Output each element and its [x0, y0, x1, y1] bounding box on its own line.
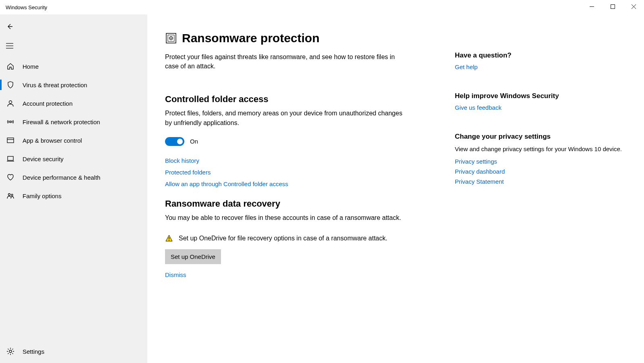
- privacy-section: Change your privacy settings View and ch…: [455, 133, 627, 185]
- block-history-link[interactable]: Block history: [165, 157, 199, 164]
- main-content: Ransomware protection Protect your files…: [147, 14, 644, 363]
- controlled-folder-toggle[interactable]: [165, 137, 184, 146]
- toggle-row: On: [165, 137, 407, 146]
- network-icon: [6, 117, 15, 127]
- privacy-settings-link[interactable]: Privacy settings: [455, 158, 497, 165]
- get-help-link[interactable]: Get help: [455, 64, 478, 70]
- privacy-statement-link[interactable]: Privacy Statement: [455, 178, 504, 185]
- sidebar-item-device-security[interactable]: Device security: [0, 150, 147, 168]
- page-header: Ransomware protection: [165, 31, 407, 45]
- dismiss-link[interactable]: Dismiss: [165, 271, 186, 278]
- window-title: Windows Security: [6, 4, 47, 10]
- svg-point-13: [8, 194, 10, 196]
- side-panel: Have a question? Get help Help improve W…: [455, 31, 627, 363]
- section-title: Controlled folder access: [165, 94, 407, 105]
- sidebar-item-label: Account protection: [23, 100, 72, 107]
- sidebar-item-label: Virus & threat protection: [23, 82, 87, 88]
- improve-section: Help improve Windows Security Give us fe…: [455, 92, 627, 111]
- sidebar-item-settings[interactable]: Settings: [0, 342, 147, 361]
- side-title: Help improve Windows Security: [455, 92, 627, 100]
- setup-onedrive-button[interactable]: Set up OneDrive: [165, 249, 221, 264]
- maximize-button[interactable]: [602, 0, 623, 13]
- sidebar-item-account-protection[interactable]: Account protection: [0, 94, 147, 113]
- sidebar-item-home[interactable]: Home: [0, 57, 147, 76]
- svg-point-21: [169, 240, 169, 240]
- svg-point-14: [11, 194, 13, 196]
- section-description: You may be able to recover files in thes…: [165, 213, 407, 222]
- feedback-link[interactable]: Give us feedback: [455, 104, 502, 111]
- sidebar-item-label: Device security: [23, 156, 64, 162]
- sidebar-item-virus-threat[interactable]: Virus & threat protection: [0, 76, 147, 94]
- family-icon: [6, 191, 15, 201]
- help-section: Have a question? Get help: [455, 51, 627, 70]
- shield-icon: [6, 80, 15, 90]
- hamburger-menu-button[interactable]: [0, 36, 19, 55]
- svg-rect-9: [7, 138, 14, 143]
- window-controls: [581, 0, 644, 14]
- svg-point-8: [10, 121, 11, 123]
- warning-icon: [165, 234, 173, 242]
- titlebar: Windows Security: [0, 0, 644, 14]
- sidebar: Home Virus & threat protection Account p…: [0, 14, 147, 363]
- side-description: View and change privacy settings for you…: [455, 145, 627, 154]
- sidebar-item-label: Firewall & network protection: [23, 119, 100, 125]
- browser-icon: [6, 135, 15, 145]
- section-description: Protect files, folders, and memory areas…: [165, 109, 407, 127]
- section-title: Ransomware data recovery: [165, 199, 407, 209]
- nav-list: Home Virus & threat protection Account p…: [0, 57, 147, 205]
- ransomware-icon: [165, 32, 177, 44]
- page-description: Protect your files against threats like …: [165, 52, 407, 71]
- privacy-dashboard-link[interactable]: Privacy dashboard: [455, 168, 505, 175]
- sidebar-item-label: Home: [23, 63, 39, 70]
- recovery-notice: Set up OneDrive for file recovery option…: [165, 234, 407, 243]
- device-icon: [6, 154, 15, 164]
- gear-icon: [6, 347, 15, 356]
- svg-point-7: [9, 101, 12, 104]
- sidebar-item-family[interactable]: Family options: [0, 187, 147, 205]
- sidebar-item-label: Device performance & health: [23, 174, 100, 181]
- sidebar-item-firewall[interactable]: Firewall & network protection: [0, 113, 147, 131]
- svg-point-19: [171, 38, 172, 39]
- sidebar-item-label: Family options: [23, 193, 62, 199]
- sidebar-item-performance-health[interactable]: Device performance & health: [0, 168, 147, 187]
- home-icon: [6, 62, 15, 71]
- controlled-folder-section: Controlled folder access Protect files, …: [165, 94, 407, 187]
- back-button[interactable]: [0, 17, 19, 36]
- minimize-button[interactable]: [581, 0, 602, 13]
- health-icon: [6, 172, 15, 182]
- sidebar-item-label: App & browser control: [23, 137, 82, 144]
- page-title: Ransomware protection: [182, 31, 320, 45]
- sidebar-item-app-browser[interactable]: App & browser control: [0, 131, 147, 150]
- sidebar-item-label: Settings: [23, 348, 44, 355]
- svg-rect-1: [611, 4, 615, 8]
- recovery-section: Ransomware data recovery You may be able…: [165, 199, 407, 278]
- protected-folders-link[interactable]: Protected folders: [165, 169, 211, 176]
- svg-point-15: [9, 350, 12, 353]
- close-button[interactable]: [623, 0, 644, 13]
- side-title: Have a question?: [455, 51, 627, 59]
- svg-rect-11: [8, 156, 13, 160]
- side-title: Change your privacy settings: [455, 133, 627, 141]
- allow-app-link[interactable]: Allow an app through Controlled folder a…: [165, 180, 288, 187]
- recovery-notice-text: Set up OneDrive for file recovery option…: [179, 234, 387, 243]
- person-icon: [6, 98, 15, 108]
- toggle-state-label: On: [190, 138, 198, 145]
